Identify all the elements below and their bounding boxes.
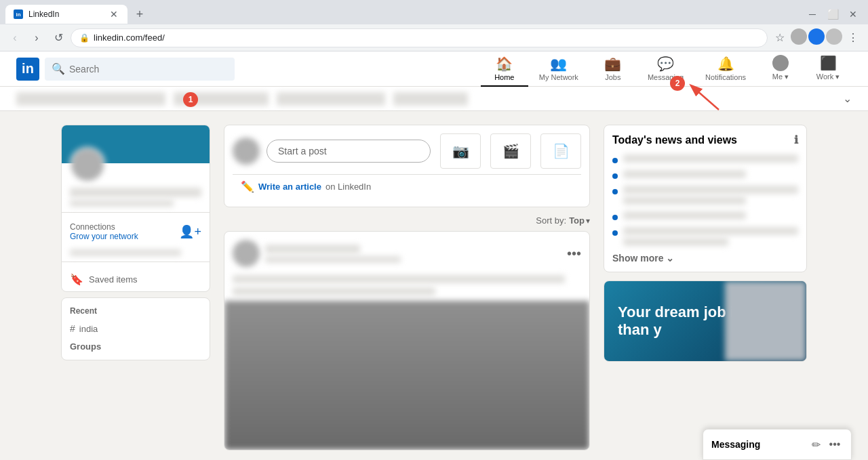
post-avatar (233, 138, 260, 165)
add-connections-icon[interactable]: 👤+ (179, 224, 201, 239)
forward-button[interactable]: › (27, 28, 46, 47)
profile-button-3[interactable] (826, 28, 842, 45)
document-icon: 📄 (553, 143, 570, 159)
messaging-widget: Messaging ✏ ••• (703, 429, 852, 460)
profile-button-2[interactable] (808, 28, 825, 45)
photo-button[interactable]: 📷 (440, 133, 481, 169)
saved-items-label: Saved items (89, 274, 138, 285)
video-button[interactable]: 🎬 (490, 133, 531, 169)
compose-message-button[interactable]: ✏ (808, 436, 824, 453)
sort-value-dropdown[interactable]: Top (569, 215, 585, 226)
profile-avatar-wrap (62, 147, 210, 182)
nav-items: 🏠 Home 👥 My Network 💼 Jobs 💬 Messaging 🔔… (481, 51, 852, 87)
news-title: Today's news and views ℹ (612, 133, 798, 146)
nav-item-messaging[interactable]: 💬 Messaging (637, 51, 694, 87)
news-headline-5b (623, 238, 728, 246)
search-bar[interactable]: 🔍 (45, 58, 235, 81)
restore-button[interactable]: ⬜ (823, 5, 842, 24)
news-headline-3b (623, 196, 746, 205)
news-title-text: Today's news and views (612, 134, 737, 146)
search-icon: 🔍 (52, 62, 65, 75)
news-headline-3 (623, 186, 798, 194)
photo-icon: 📷 (452, 143, 469, 159)
recent-india-item[interactable]: # india (70, 321, 201, 336)
url-text: linkedin.com/feed/ (94, 33, 165, 43)
browser-toolbar: ‹ › ↺ 🔒 linkedin.com/feed/ ☆ ⋮ (0, 24, 868, 51)
news-text-row-4 (623, 211, 798, 219)
promo-item-3 (277, 92, 385, 106)
close-window-button[interactable]: ✕ (844, 5, 863, 24)
jobs-label: Jobs (605, 73, 620, 81)
browser-tab-linkedin[interactable]: in LinkedIn ✕ (5, 5, 127, 24)
write-article-link[interactable]: Write an article (258, 182, 321, 192)
nav-item-home[interactable]: 🏠 Home (481, 51, 528, 87)
left-sidebar: Connections Grow your network 👤+ 🔖 Saved… (61, 125, 210, 451)
messaging-ellipsis-button[interactable]: ••• (827, 436, 843, 453)
post-author-name (265, 245, 360, 253)
news-headline-5 (623, 227, 798, 235)
profile-card: Connections Grow your network 👤+ 🔖 Saved… (61, 125, 210, 292)
post-text-line-2 (233, 287, 435, 295)
news-headline-4 (623, 211, 746, 219)
messaging-header[interactable]: Messaging ✏ ••• (703, 430, 851, 459)
nav-item-notifications[interactable]: 🔔 Notifications (694, 51, 757, 87)
ad-card[interactable]: Your dream job is closer than y (604, 280, 807, 362)
profile-button-1[interactable] (791, 28, 807, 45)
connections-info: Connections Grow your network (70, 222, 138, 241)
post-image (224, 301, 589, 450)
nav-item-work[interactable]: ⬛ Work ▾ (804, 51, 852, 87)
messaging-actions: ✏ ••• (808, 436, 843, 453)
info-icon[interactable]: ℹ (794, 133, 798, 146)
post-menu-button[interactable]: ••• (567, 246, 581, 262)
groups-label[interactable]: Groups (70, 341, 201, 352)
video-icon: 🎬 (502, 143, 519, 159)
nav-item-my-network[interactable]: 👥 My Network (528, 51, 589, 87)
create-post-box: Start a post 📷 🎬 📄 ✏️ Write an article o… (224, 125, 590, 207)
news-item-1[interactable] (612, 154, 798, 163)
tab-favicon: in (14, 9, 23, 19)
back-button[interactable]: ‹ (5, 28, 24, 47)
post-author-info (265, 245, 561, 263)
news-dot-3 (612, 189, 618, 194)
start-post-label: Start a post (278, 146, 327, 156)
nav-item-me[interactable]: Me ▾ (757, 51, 804, 87)
saved-items-row[interactable]: 🔖 Saved items (62, 268, 210, 291)
profile-stats-blur (70, 249, 181, 256)
pencil-icon: ✏️ (241, 180, 254, 193)
browser-chrome: in LinkedIn ✕ + ─ ⬜ ✕ ‹ › ↺ 🔒 linkedin.c… (0, 0, 868, 51)
browser-menu-button[interactable]: ⋮ (844, 28, 863, 47)
bookmark-button[interactable]: ☆ (770, 28, 789, 47)
tab-close-button[interactable]: ✕ (108, 9, 119, 20)
address-bar[interactable]: 🔒 linkedin.com/feed/ (71, 28, 768, 47)
document-button[interactable]: 📄 (540, 133, 581, 169)
start-post-button[interactable]: Start a post (267, 140, 431, 163)
search-input[interactable] (69, 64, 228, 75)
news-dot-5 (612, 230, 618, 236)
news-item-3[interactable] (612, 186, 798, 205)
annotation-badge-2: 2 (670, 76, 685, 91)
news-item-5[interactable] (612, 227, 798, 246)
news-item-4[interactable] (612, 211, 798, 220)
show-more-chevron-icon: ⌄ (666, 253, 674, 264)
grow-network-link[interactable]: Grow your network (70, 232, 138, 241)
jobs-icon: 💼 (604, 56, 621, 72)
recent-india-text: india (79, 324, 98, 334)
promo-chevron[interactable]: ⌄ (843, 92, 852, 105)
news-item-2[interactable] (612, 170, 798, 179)
ad-person-image (725, 281, 806, 361)
nav-item-jobs[interactable]: 💼 Jobs (589, 51, 637, 87)
notifications-label: Notifications (705, 73, 746, 81)
minimize-button[interactable]: ─ (803, 5, 822, 24)
messaging-title: Messaging (711, 439, 760, 450)
recent-label: Recent (70, 306, 201, 316)
show-more-button[interactable]: Show more ⌄ (612, 253, 798, 264)
new-tab-button[interactable]: + (130, 5, 149, 24)
feed-post-1: ••• (224, 231, 590, 451)
news-dot-4 (612, 215, 618, 220)
my-network-icon: 👥 (550, 56, 567, 72)
news-headline-1 (623, 154, 798, 163)
connections-row: Connections Grow your network 👤+ (62, 218, 210, 245)
me-label: Me ▾ (772, 72, 789, 81)
annotation-badge-1: 1 (183, 92, 198, 107)
refresh-button[interactable]: ↺ (49, 28, 68, 47)
